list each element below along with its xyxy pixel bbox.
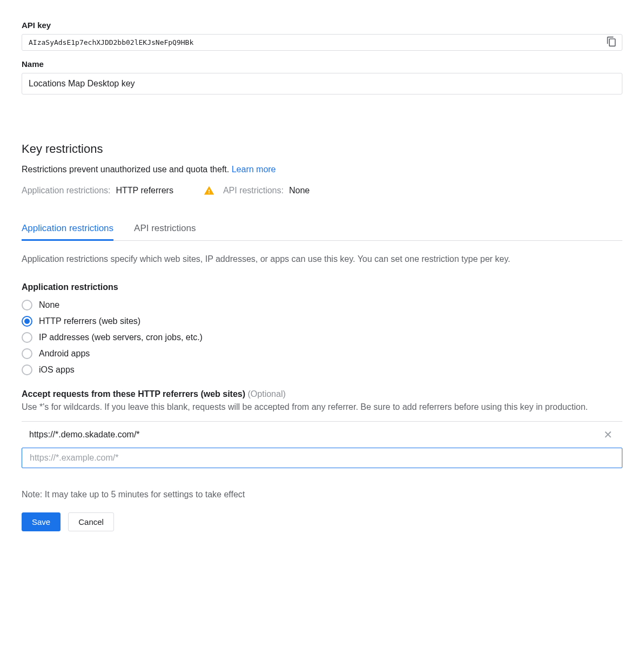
api-key-label: API key [22, 21, 622, 30]
radio-icon [22, 316, 32, 327]
app-restrictions-value: HTTP referrers [116, 186, 173, 195]
name-label: Name [22, 59, 622, 69]
api-restrictions-value: None [289, 186, 310, 195]
referrers-optional-text: (Optional) [248, 389, 286, 398]
restrictions-tabs: Application restrictions API restriction… [22, 218, 622, 241]
add-referrer-input[interactable] [22, 448, 622, 468]
warning-icon [204, 185, 214, 196]
referrer-entry: https://*.demo.skadate.com/* ✕ [22, 422, 622, 448]
radio-icon [22, 300, 32, 310]
save-button[interactable]: Save [22, 512, 61, 531]
learn-more-link[interactable]: Learn more [232, 165, 276, 174]
radio-option-ios-apps[interactable]: iOS apps [22, 364, 622, 375]
remove-referrer-button[interactable]: ✕ [601, 427, 615, 442]
radio-label-ios: iOS apps [39, 365, 75, 375]
referrers-heading-text: Accept requests from these HTTP referrer… [22, 389, 245, 398]
key-restrictions-desc-text: Restrictions prevent unauthorized use an… [22, 165, 232, 174]
referrer-entry-text: https://*.demo.skadate.com/* [29, 430, 140, 440]
key-restrictions-heading: Key restrictions [22, 142, 622, 156]
tab-application-restrictions[interactable]: Application restrictions [22, 218, 113, 240]
app-restrictions-label: Application restrictions: [22, 186, 111, 195]
radio-option-android-apps[interactable]: Android apps [22, 348, 622, 359]
action-buttons: Save Cancel [22, 512, 622, 531]
name-input[interactable] [22, 73, 622, 94]
name-row [22, 73, 622, 94]
tab-api-restrictions[interactable]: API restrictions [134, 218, 196, 240]
restrictions-summary: Application restrictions: HTTP referrers… [22, 185, 622, 196]
radio-option-http-referrers[interactable]: HTTP referrers (web sites) [22, 316, 622, 327]
app-restrictions-tab-desc: Application restrictions specify which w… [22, 253, 622, 265]
referrers-block: Accept requests from these HTTP referrer… [22, 389, 622, 468]
settings-note: Note: It may take up to 5 minutes for se… [22, 490, 622, 499]
radio-label-android: Android apps [39, 349, 90, 359]
radio-label-http: HTTP referrers (web sites) [39, 316, 140, 326]
cancel-button[interactable]: Cancel [68, 512, 114, 531]
referrers-help-text: Use *'s for wildcards. If you leave this… [22, 401, 622, 413]
radio-option-ip-addresses[interactable]: IP addresses (web servers, cron jobs, et… [22, 332, 622, 343]
radio-icon [22, 348, 32, 359]
referrers-heading: Accept requests from these HTTP referrer… [22, 389, 622, 399]
copy-icon [606, 36, 617, 49]
app-restrictions-group-title: Application restrictions [22, 282, 622, 292]
referrer-list: https://*.demo.skadate.com/* ✕ [22, 421, 622, 468]
radio-label-ip: IP addresses (web servers, cron jobs, et… [39, 333, 203, 342]
api-key-row [22, 34, 622, 51]
radio-option-none[interactable]: None [22, 300, 622, 310]
radio-icon [22, 332, 32, 343]
radio-label-none: None [39, 300, 59, 310]
close-icon: ✕ [603, 429, 613, 441]
api-restrictions-label: API restrictions: [223, 186, 284, 195]
radio-icon [22, 364, 32, 375]
api-key-input[interactable] [22, 34, 622, 51]
copy-api-key-button[interactable] [604, 35, 619, 50]
key-restrictions-desc: Restrictions prevent unauthorized use an… [22, 165, 622, 174]
